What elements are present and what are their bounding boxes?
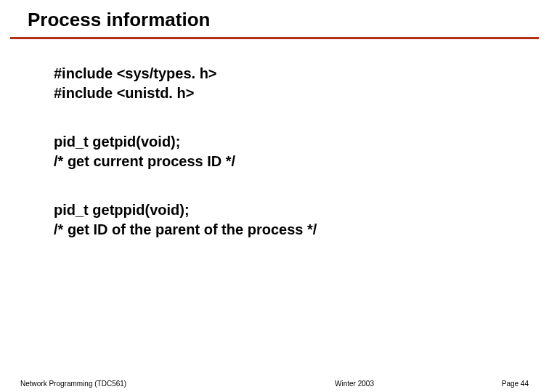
code-line: /* get ID of the parent of the process *…	[54, 220, 549, 240]
code-line: /* get current process ID */	[54, 152, 549, 171]
code-block-getppid: pid_t getppid(void); /* get ID of the pa…	[54, 200, 549, 240]
code-block-includes: #include <sys/types. h> #include <unistd…	[54, 64, 549, 103]
code-block-getpid: pid_t getpid(void); /* get current proce…	[54, 132, 549, 171]
code-line: #include <unistd. h>	[54, 83, 549, 103]
code-line: pid_t getppid(void);	[54, 200, 549, 220]
slide: Process information #include <sys/types.…	[0, 0, 549, 392]
code-line: pid_t getpid(void);	[54, 132, 549, 152]
slide-title: Process information	[0, 0, 549, 37]
code-line: #include <sys/types. h>	[54, 64, 549, 83]
footer-right: Page 44	[502, 380, 529, 388]
footer-left: Network Programming (TDC561)	[20, 380, 126, 388]
footer: Network Programming (TDC561) Winter 2003…	[0, 380, 549, 388]
slide-content: #include <sys/types. h> #include <unistd…	[0, 39, 549, 240]
